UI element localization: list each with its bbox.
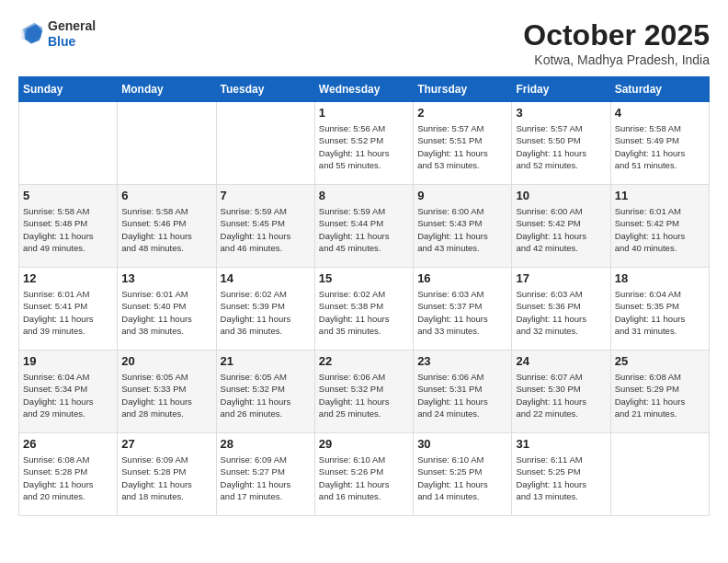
day-info: Sunrise: 5:56 AM Sunset: 5:52 PM Dayligh… (319, 122, 409, 171)
day-number: 6 (121, 189, 211, 202)
day-info: Sunrise: 5:59 AM Sunset: 5:45 PM Dayligh… (221, 205, 311, 254)
day-info: Sunrise: 5:57 AM Sunset: 5:51 PM Dayligh… (417, 122, 507, 171)
day-number: 4 (615, 106, 705, 120)
logo-general-text: General (48, 18, 96, 34)
day-number: 27 (121, 437, 211, 451)
day-info: Sunrise: 6:10 AM Sunset: 5:26 PM Dayligh… (319, 454, 409, 502)
calendar-cell: 7Sunrise: 5:59 AM Sunset: 5:45 PM Daylig… (216, 185, 314, 268)
calendar-cell: 26Sunrise: 6:08 AM Sunset: 5:28 PM Dayli… (19, 433, 118, 516)
calendar-cell: 1Sunrise: 5:56 AM Sunset: 5:52 PM Daylig… (314, 102, 413, 185)
day-info: Sunrise: 5:59 AM Sunset: 5:44 PM Dayligh… (319, 205, 409, 254)
calendar-cell: 25Sunrise: 6:08 AM Sunset: 5:29 PM Dayli… (610, 350, 709, 433)
day-number: 17 (516, 271, 606, 285)
day-number: 10 (516, 189, 606, 202)
day-number: 28 (221, 437, 311, 451)
calendar-cell: 22Sunrise: 6:06 AM Sunset: 5:32 PM Dayli… (314, 350, 413, 433)
day-info: Sunrise: 6:03 AM Sunset: 5:37 PM Dayligh… (417, 288, 507, 337)
calendar-cell: 11Sunrise: 6:01 AM Sunset: 5:42 PM Dayli… (610, 185, 709, 268)
day-info: Sunrise: 6:08 AM Sunset: 5:29 PM Dayligh… (615, 371, 705, 419)
day-info: Sunrise: 6:09 AM Sunset: 5:27 PM Dayligh… (221, 454, 311, 502)
day-info: Sunrise: 5:58 AM Sunset: 5:46 PM Dayligh… (121, 205, 211, 254)
calendar-cell: 21Sunrise: 6:05 AM Sunset: 5:32 PM Dayli… (216, 350, 314, 433)
calendar-cell: 17Sunrise: 6:03 AM Sunset: 5:36 PM Dayli… (512, 268, 610, 350)
calendar-week-row: 19Sunrise: 6:04 AM Sunset: 5:34 PM Dayli… (19, 350, 710, 433)
day-info: Sunrise: 6:01 AM Sunset: 5:42 PM Dayligh… (615, 205, 705, 254)
day-number: 26 (23, 437, 113, 451)
calendar-cell: 4Sunrise: 5:58 AM Sunset: 5:49 PM Daylig… (610, 102, 709, 185)
day-info: Sunrise: 6:04 AM Sunset: 5:34 PM Dayligh… (23, 371, 113, 419)
calendar-cell: 14Sunrise: 6:02 AM Sunset: 5:39 PM Dayli… (216, 268, 314, 350)
day-number: 2 (417, 106, 507, 120)
day-info: Sunrise: 5:58 AM Sunset: 5:49 PM Dayligh… (615, 122, 705, 171)
day-number: 19 (23, 354, 113, 368)
calendar-cell: 27Sunrise: 6:09 AM Sunset: 5:28 PM Dayli… (118, 433, 216, 516)
calendar-week-row: 12Sunrise: 6:01 AM Sunset: 5:41 PM Dayli… (19, 268, 710, 350)
calendar-cell: 16Sunrise: 6:03 AM Sunset: 5:37 PM Dayli… (414, 268, 512, 350)
calendar-week-row: 1Sunrise: 5:56 AM Sunset: 5:52 PM Daylig… (19, 102, 710, 185)
day-info: Sunrise: 6:02 AM Sunset: 5:38 PM Dayligh… (319, 288, 409, 337)
day-number: 22 (319, 354, 409, 368)
day-info: Sunrise: 6:06 AM Sunset: 5:32 PM Dayligh… (319, 371, 409, 419)
weekday-header: Saturday (610, 77, 709, 102)
day-number: 11 (615, 189, 705, 202)
day-info: Sunrise: 6:06 AM Sunset: 5:31 PM Dayligh… (417, 371, 507, 419)
calendar-cell: 2Sunrise: 5:57 AM Sunset: 5:51 PM Daylig… (414, 102, 512, 185)
calendar-cell: 28Sunrise: 6:09 AM Sunset: 5:27 PM Dayli… (216, 433, 314, 516)
calendar-cell: 18Sunrise: 6:04 AM Sunset: 5:35 PM Dayli… (610, 268, 709, 350)
day-number: 20 (121, 354, 211, 368)
calendar-table: SundayMondayTuesdayWednesdayThursdayFrid… (18, 76, 710, 516)
calendar-week-row: 26Sunrise: 6:08 AM Sunset: 5:28 PM Dayli… (19, 433, 710, 516)
day-info: Sunrise: 6:02 AM Sunset: 5:39 PM Dayligh… (221, 288, 311, 337)
day-info: Sunrise: 6:07 AM Sunset: 5:30 PM Dayligh… (516, 371, 606, 419)
day-number: 18 (615, 271, 705, 285)
calendar-cell: 23Sunrise: 6:06 AM Sunset: 5:31 PM Dayli… (414, 350, 512, 433)
logo: General Blue (18, 18, 96, 50)
calendar-subtitle: Kotwa, Madhya Pradesh, India (523, 52, 710, 67)
day-info: Sunrise: 6:03 AM Sunset: 5:36 PM Dayligh… (516, 288, 606, 337)
day-number: 16 (417, 271, 507, 285)
weekday-header: Friday (512, 77, 610, 102)
day-info: Sunrise: 6:00 AM Sunset: 5:42 PM Dayligh… (516, 205, 606, 254)
calendar-cell: 9Sunrise: 6:00 AM Sunset: 5:43 PM Daylig… (414, 185, 512, 268)
weekday-header: Wednesday (314, 77, 413, 102)
day-info: Sunrise: 6:01 AM Sunset: 5:40 PM Dayligh… (121, 288, 211, 337)
day-info: Sunrise: 6:05 AM Sunset: 5:33 PM Dayligh… (121, 371, 211, 419)
calendar-cell: 20Sunrise: 6:05 AM Sunset: 5:33 PM Dayli… (118, 350, 216, 433)
calendar-cell: 6Sunrise: 5:58 AM Sunset: 5:46 PM Daylig… (118, 185, 216, 268)
weekday-row: SundayMondayTuesdayWednesdayThursdayFrid… (19, 77, 710, 102)
day-number: 14 (221, 271, 311, 285)
logo-icon (18, 21, 44, 47)
calendar-cell: 5Sunrise: 5:58 AM Sunset: 5:48 PM Daylig… (19, 185, 118, 268)
logo-blue-text: Blue (48, 34, 96, 50)
day-number: 3 (516, 106, 606, 120)
day-info: Sunrise: 6:10 AM Sunset: 5:25 PM Dayligh… (417, 454, 507, 502)
title-area: October 2025 Kotwa, Madhya Pradesh, Indi… (523, 18, 710, 67)
day-number: 7 (221, 189, 311, 202)
day-number: 12 (23, 271, 113, 285)
day-number: 30 (417, 437, 507, 451)
day-info: Sunrise: 6:05 AM Sunset: 5:32 PM Dayligh… (221, 371, 311, 419)
header: General Blue October 2025 Kotwa, Madhya … (18, 18, 710, 67)
day-number: 31 (516, 437, 606, 451)
calendar-cell (216, 102, 314, 185)
calendar-cell (19, 102, 118, 185)
day-number: 15 (319, 271, 409, 285)
calendar-cell (118, 102, 216, 185)
day-number: 21 (221, 354, 311, 368)
day-info: Sunrise: 6:09 AM Sunset: 5:28 PM Dayligh… (121, 454, 211, 502)
day-number: 13 (121, 271, 211, 285)
day-number: 9 (417, 189, 507, 202)
calendar-cell: 29Sunrise: 6:10 AM Sunset: 5:26 PM Dayli… (314, 433, 413, 516)
calendar-header: SundayMondayTuesdayWednesdayThursdayFrid… (19, 77, 710, 102)
calendar-cell: 31Sunrise: 6:11 AM Sunset: 5:25 PM Dayli… (512, 433, 610, 516)
day-number: 23 (417, 354, 507, 368)
day-info: Sunrise: 5:57 AM Sunset: 5:50 PM Dayligh… (516, 122, 606, 171)
calendar-body: 1Sunrise: 5:56 AM Sunset: 5:52 PM Daylig… (19, 102, 710, 516)
day-number: 29 (319, 437, 409, 451)
day-info: Sunrise: 5:58 AM Sunset: 5:48 PM Dayligh… (23, 205, 113, 254)
calendar-cell (610, 433, 709, 516)
calendar-cell: 13Sunrise: 6:01 AM Sunset: 5:40 PM Dayli… (118, 268, 216, 350)
calendar-cell: 12Sunrise: 6:01 AM Sunset: 5:41 PM Dayli… (19, 268, 118, 350)
day-info: Sunrise: 6:00 AM Sunset: 5:43 PM Dayligh… (417, 205, 507, 254)
calendar-cell: 8Sunrise: 5:59 AM Sunset: 5:44 PM Daylig… (314, 185, 413, 268)
